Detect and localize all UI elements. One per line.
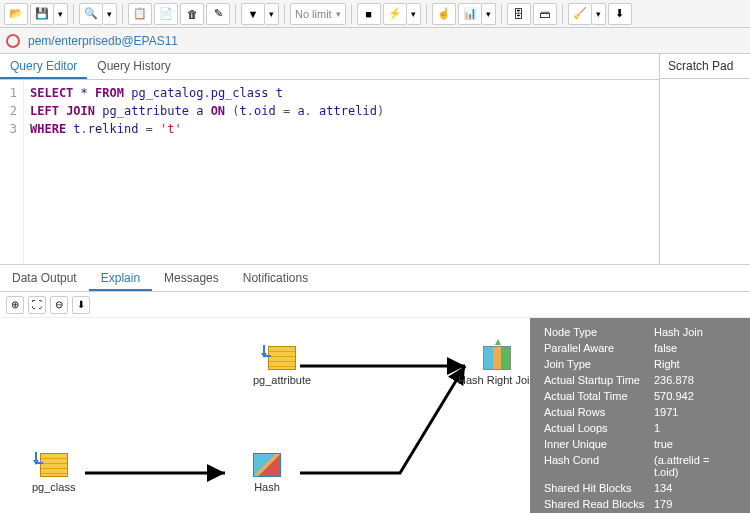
tooltip-key: Join Type <box>540 356 650 372</box>
delete-button[interactable]: 🗑 <box>180 3 204 25</box>
output-tabs: Data Output Explain Messages Notificatio… <box>0 264 750 292</box>
tooltip-row: Actual Loops1 <box>540 420 740 436</box>
seq-scan-icon <box>268 346 296 370</box>
tab-query-editor[interactable]: Query Editor <box>0 54 87 79</box>
seq-scan-icon <box>40 453 68 477</box>
explain-node-hash-right-join[interactable]: Hash Right Join <box>458 346 536 386</box>
explain-dropdown[interactable]: ▾ <box>482 3 496 25</box>
edit-button[interactable]: ✎ <box>206 3 230 25</box>
separator <box>501 4 502 24</box>
filter-dropdown[interactable]: ▾ <box>265 3 279 25</box>
tooltip-row: Shared Hit Blocks134 <box>540 480 740 496</box>
open-file-button[interactable]: 📂 <box>4 3 28 25</box>
scratch-pad-pane: Scratch Pad <box>660 54 750 264</box>
clear-dropdown[interactable]: ▾ <box>592 3 606 25</box>
paste-button[interactable]: 📄 <box>154 3 178 25</box>
tooltip-row: Hash Cond(a.attrelid = t.oid) <box>540 452 740 480</box>
tooltip-row: Shared Read Blocks179 <box>540 496 740 512</box>
tooltip-value: false <box>650 340 740 356</box>
save-button[interactable]: 💾 <box>30 3 54 25</box>
tab-notifications[interactable]: Notifications <box>231 265 320 291</box>
explain-node-pg-attribute[interactable]: pg_attribute <box>253 346 311 386</box>
tooltip-key: Actual Total Time <box>540 388 650 404</box>
node-label: pg_attribute <box>253 374 311 386</box>
line-gutter: 1 2 3 <box>0 80 24 264</box>
sql-editor[interactable]: 1 2 3 SELECT * FROM pg_catalog.pg_class … <box>0 80 659 264</box>
execute-dropdown[interactable]: ▾ <box>407 3 421 25</box>
separator <box>73 4 74 24</box>
editor-tabs: Query Editor Query History <box>0 54 659 80</box>
tooltip-value: true <box>650 436 740 452</box>
code-content[interactable]: SELECT * FROM pg_catalog.pg_class tLEFT … <box>24 80 390 264</box>
tab-explain[interactable]: Explain <box>89 265 152 291</box>
explain-node-hash[interactable]: Hash <box>253 453 281 493</box>
tooltip-value: 1971 <box>650 404 740 420</box>
tooltip-key: Shared Hit Blocks <box>540 480 650 496</box>
separator <box>562 4 563 24</box>
find-button[interactable]: 🔍 <box>79 3 103 25</box>
tooltip-row: Parallel Awarefalse <box>540 340 740 356</box>
save-dropdown[interactable]: ▾ <box>54 3 68 25</box>
zoom-in-button[interactable]: ⊕ <box>6 296 24 314</box>
zoom-fit-button[interactable]: ⛶ <box>28 296 46 314</box>
tooltip-value: 1 <box>650 420 740 436</box>
tab-messages[interactable]: Messages <box>152 265 231 291</box>
explain-analyze-button[interactable]: 📊 <box>458 3 482 25</box>
tooltip-row: Inner Uniquetrue <box>540 436 740 452</box>
main-toolbar: 📂 💾 ▾ 🔍 ▾ 📋 📄 🗑 ✎ ▼ ▾ No limit▾ ■ ⚡ ▾ ☝ … <box>0 0 750 28</box>
separator <box>426 4 427 24</box>
tooltip-key: Actual Startup Time <box>540 372 650 388</box>
tooltip-row: Node TypeHash Join <box>540 324 740 340</box>
connection-bar: pem/enterprisedb@EPAS11 <box>0 28 750 54</box>
separator <box>351 4 352 24</box>
tooltip-value: 570.942 <box>650 388 740 404</box>
zoom-out-button[interactable]: ⊖ <box>50 296 68 314</box>
explain-diagram[interactable]: pg_class pg_attribute Hash Hash Right Jo… <box>0 318 750 513</box>
tooltip-key: Parallel Aware <box>540 340 650 356</box>
tab-query-history[interactable]: Query History <box>87 54 180 79</box>
separator <box>284 4 285 24</box>
tooltip-row: Actual Rows1971 <box>540 404 740 420</box>
download-button[interactable]: ⬇ <box>608 3 632 25</box>
hash-icon <box>253 453 281 477</box>
connection-label[interactable]: pem/enterprisedb@EPAS11 <box>28 34 178 48</box>
scratch-pad-label: Scratch Pad <box>660 54 750 79</box>
tooltip-key: Actual Loops <box>540 420 650 436</box>
tooltip-key: Shared Read Blocks <box>540 496 650 512</box>
tooltip-key: Inner Unique <box>540 436 650 452</box>
tooltip-value: (a.attrelid = t.oid) <box>650 452 740 480</box>
node-label: Hash Right Join <box>458 374 536 386</box>
execute-button[interactable]: ⚡ <box>383 3 407 25</box>
tooltip-value: 179 <box>650 496 740 512</box>
explain-node-pg-class[interactable]: pg_class <box>32 453 75 493</box>
row-limit-select[interactable]: No limit▾ <box>290 3 346 25</box>
tooltip-value: 134 <box>650 480 740 496</box>
node-label: pg_class <box>32 481 75 493</box>
hash-join-icon <box>483 346 511 370</box>
tooltip-row: Actual Startup Time236.878 <box>540 372 740 388</box>
explain-button[interactable]: ☝ <box>432 3 456 25</box>
connection-status-icon <box>6 34 20 48</box>
clear-button[interactable]: 🧹 <box>568 3 592 25</box>
tooltip-value: Right <box>650 356 740 372</box>
commit-button[interactable]: 🗄 <box>507 3 531 25</box>
copy-button[interactable]: 📋 <box>128 3 152 25</box>
download-plan-button[interactable]: ⬇ <box>72 296 90 314</box>
filter-button[interactable]: ▼ <box>241 3 265 25</box>
stop-button[interactable]: ■ <box>357 3 381 25</box>
tooltip-key: Node Type <box>540 324 650 340</box>
tooltip-key: Actual Rows <box>540 404 650 420</box>
tooltip-row: Actual Total Time570.942 <box>540 388 740 404</box>
tooltip-table: Node TypeHash JoinParallel AwarefalseJoi… <box>540 324 740 513</box>
tooltip-row: Join TypeRight <box>540 356 740 372</box>
tooltip-value: 236.878 <box>650 372 740 388</box>
tab-data-output[interactable]: Data Output <box>0 265 89 291</box>
node-label: Hash <box>253 481 281 493</box>
separator <box>235 4 236 24</box>
tooltip-key: Hash Cond <box>540 452 650 480</box>
rollback-button[interactable]: 🗃 <box>533 3 557 25</box>
find-dropdown[interactable]: ▾ <box>103 3 117 25</box>
tooltip-value: Hash Join <box>650 324 740 340</box>
explain-toolbar: ⊕ ⛶ ⊖ ⬇ <box>0 292 750 318</box>
node-tooltip: Node TypeHash JoinParallel AwarefalseJoi… <box>530 318 750 513</box>
